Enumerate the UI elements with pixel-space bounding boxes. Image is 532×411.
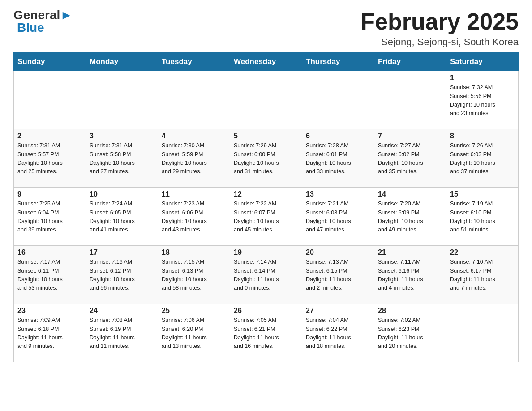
day-info: Sunrise: 7:30 AMSunset: 5:59 PMDaylight:…	[162, 141, 226, 176]
day-number: 3	[90, 132, 154, 140]
logo: General► Blue	[13, 9, 73, 34]
day-info: Sunrise: 7:31 AMSunset: 5:58 PMDaylight:…	[90, 141, 154, 176]
day-number: 24	[90, 307, 154, 315]
day-number: 4	[162, 132, 226, 140]
day-info: Sunrise: 7:06 AMSunset: 6:20 PMDaylight:…	[162, 316, 226, 351]
col-friday: Friday	[374, 53, 446, 71]
day-info: Sunrise: 7:29 AMSunset: 6:00 PMDaylight:…	[234, 141, 298, 176]
calendar-day-cell: 20Sunrise: 7:13 AMSunset: 6:15 PMDayligh…	[302, 246, 374, 304]
col-wednesday: Wednesday	[230, 53, 302, 71]
day-info: Sunrise: 7:20 AMSunset: 6:09 PMDaylight:…	[378, 200, 442, 235]
day-info: Sunrise: 7:31 AMSunset: 5:57 PMDaylight:…	[17, 141, 82, 176]
day-number: 10	[90, 190, 154, 198]
day-number: 28	[378, 307, 442, 315]
calendar-day-cell: 2Sunrise: 7:31 AMSunset: 5:57 PMDaylight…	[14, 129, 86, 188]
day-number: 16	[17, 248, 82, 257]
day-number: 26	[234, 307, 298, 315]
day-number: 27	[306, 307, 370, 315]
calendar-week-row: 16Sunrise: 7:17 AMSunset: 6:11 PMDayligh…	[14, 246, 519, 304]
day-number: 13	[306, 190, 370, 198]
calendar-day-cell	[158, 71, 230, 129]
col-tuesday: Tuesday	[158, 53, 230, 71]
logo-general-text: General►	[13, 9, 73, 21]
day-number: 22	[450, 248, 515, 257]
day-info: Sunrise: 7:25 AMSunset: 6:04 PMDaylight:…	[17, 200, 82, 235]
calendar-day-cell: 3Sunrise: 7:31 AMSunset: 5:58 PMDaylight…	[86, 129, 158, 188]
col-saturday: Saturday	[446, 53, 519, 71]
day-info: Sunrise: 7:22 AMSunset: 6:07 PMDaylight:…	[234, 200, 298, 235]
calendar-week-row: 1Sunrise: 7:32 AMSunset: 5:56 PMDaylight…	[14, 71, 519, 129]
day-number: 20	[306, 248, 370, 257]
day-number: 1	[450, 74, 515, 82]
calendar-day-cell: 8Sunrise: 7:26 AMSunset: 6:03 PMDaylight…	[446, 129, 519, 188]
col-sunday: Sunday	[14, 53, 86, 71]
calendar-day-cell: 11Sunrise: 7:23 AMSunset: 6:06 PMDayligh…	[158, 188, 230, 246]
day-info: Sunrise: 7:21 AMSunset: 6:08 PMDaylight:…	[306, 200, 370, 235]
day-info: Sunrise: 7:24 AMSunset: 6:05 PMDaylight:…	[90, 200, 154, 235]
calendar-day-cell	[446, 304, 519, 362]
day-number: 5	[234, 132, 298, 140]
calendar-day-cell: 22Sunrise: 7:10 AMSunset: 6:17 PMDayligh…	[446, 246, 519, 304]
day-info: Sunrise: 7:08 AMSunset: 6:19 PMDaylight:…	[90, 316, 154, 351]
day-number: 6	[306, 132, 370, 140]
day-info: Sunrise: 7:09 AMSunset: 6:18 PMDaylight:…	[17, 316, 82, 351]
day-number: 11	[162, 190, 226, 198]
day-info: Sunrise: 7:16 AMSunset: 6:12 PMDaylight:…	[90, 258, 154, 293]
calendar-day-cell: 26Sunrise: 7:05 AMSunset: 6:21 PMDayligh…	[230, 304, 302, 362]
day-info: Sunrise: 7:13 AMSunset: 6:15 PMDaylight:…	[306, 258, 370, 293]
day-number: 21	[378, 248, 442, 257]
day-number: 9	[17, 190, 82, 198]
calendar-day-cell	[374, 71, 446, 129]
logo-blue-text: Blue	[17, 21, 44, 34]
calendar-day-cell: 13Sunrise: 7:21 AMSunset: 6:08 PMDayligh…	[302, 188, 374, 246]
page: General► Blue February 2025 Sejong, Sejo…	[0, 0, 532, 376]
calendar-day-cell: 4Sunrise: 7:30 AMSunset: 5:59 PMDaylight…	[158, 129, 230, 188]
calendar-day-cell: 10Sunrise: 7:24 AMSunset: 6:05 PMDayligh…	[86, 188, 158, 246]
calendar-day-cell	[230, 71, 302, 129]
calendar-day-cell: 23Sunrise: 7:09 AMSunset: 6:18 PMDayligh…	[14, 304, 86, 362]
calendar-day-cell: 6Sunrise: 7:28 AMSunset: 6:01 PMDaylight…	[302, 129, 374, 188]
day-info: Sunrise: 7:11 AMSunset: 6:16 PMDaylight:…	[378, 258, 442, 293]
calendar-day-cell: 24Sunrise: 7:08 AMSunset: 6:19 PMDayligh…	[86, 304, 158, 362]
day-info: Sunrise: 7:04 AMSunset: 6:22 PMDaylight:…	[306, 316, 370, 351]
day-number: 2	[17, 132, 82, 140]
calendar-week-row: 9Sunrise: 7:25 AMSunset: 6:04 PMDaylight…	[14, 188, 519, 246]
col-thursday: Thursday	[302, 53, 374, 71]
calendar-day-cell: 19Sunrise: 7:14 AMSunset: 6:14 PMDayligh…	[230, 246, 302, 304]
calendar-day-cell: 28Sunrise: 7:02 AMSunset: 6:23 PMDayligh…	[374, 304, 446, 362]
calendar-day-cell: 25Sunrise: 7:06 AMSunset: 6:20 PMDayligh…	[158, 304, 230, 362]
calendar-day-cell	[86, 71, 158, 129]
calendar-day-cell: 27Sunrise: 7:04 AMSunset: 6:22 PMDayligh…	[302, 304, 374, 362]
calendar-day-cell: 9Sunrise: 7:25 AMSunset: 6:04 PMDaylight…	[14, 188, 86, 246]
day-info: Sunrise: 7:26 AMSunset: 6:03 PMDaylight:…	[450, 141, 515, 176]
day-info: Sunrise: 7:17 AMSunset: 6:11 PMDaylight:…	[17, 258, 82, 293]
day-number: 19	[234, 248, 298, 257]
day-info: Sunrise: 7:27 AMSunset: 6:02 PMDaylight:…	[378, 141, 442, 176]
day-info: Sunrise: 7:14 AMSunset: 6:14 PMDaylight:…	[234, 258, 298, 293]
day-info: Sunrise: 7:02 AMSunset: 6:23 PMDaylight:…	[378, 316, 442, 351]
calendar-day-cell: 16Sunrise: 7:17 AMSunset: 6:11 PMDayligh…	[14, 246, 86, 304]
calendar-day-cell: 15Sunrise: 7:19 AMSunset: 6:10 PMDayligh…	[446, 188, 519, 246]
calendar-week-row: 2Sunrise: 7:31 AMSunset: 5:57 PMDaylight…	[14, 129, 519, 188]
header: General► Blue February 2025 Sejong, Sejo…	[13, 9, 519, 48]
calendar-day-cell: 17Sunrise: 7:16 AMSunset: 6:12 PMDayligh…	[86, 246, 158, 304]
day-number: 25	[162, 307, 226, 315]
day-number: 23	[17, 307, 82, 315]
calendar-day-cell: 5Sunrise: 7:29 AMSunset: 6:00 PMDaylight…	[230, 129, 302, 188]
calendar-day-cell: 14Sunrise: 7:20 AMSunset: 6:09 PMDayligh…	[374, 188, 446, 246]
day-info: Sunrise: 7:28 AMSunset: 6:01 PMDaylight:…	[306, 141, 370, 176]
day-number: 15	[450, 190, 515, 198]
calendar-day-cell: 1Sunrise: 7:32 AMSunset: 5:56 PMDaylight…	[446, 71, 519, 129]
calendar-day-cell: 21Sunrise: 7:11 AMSunset: 6:16 PMDayligh…	[374, 246, 446, 304]
calendar-day-cell	[14, 71, 86, 129]
col-monday: Monday	[86, 53, 158, 71]
month-title: February 2025	[360, 9, 519, 34]
day-info: Sunrise: 7:32 AMSunset: 5:56 PMDaylight:…	[450, 83, 515, 118]
calendar-day-cell: 18Sunrise: 7:15 AMSunset: 6:13 PMDayligh…	[158, 246, 230, 304]
calendar-header-row: Sunday Monday Tuesday Wednesday Thursday…	[14, 53, 519, 71]
day-number: 7	[378, 132, 442, 140]
day-info: Sunrise: 7:23 AMSunset: 6:06 PMDaylight:…	[162, 200, 226, 235]
calendar-day-cell: 12Sunrise: 7:22 AMSunset: 6:07 PMDayligh…	[230, 188, 302, 246]
day-info: Sunrise: 7:15 AMSunset: 6:13 PMDaylight:…	[162, 258, 226, 293]
calendar-week-row: 23Sunrise: 7:09 AMSunset: 6:18 PMDayligh…	[14, 304, 519, 362]
